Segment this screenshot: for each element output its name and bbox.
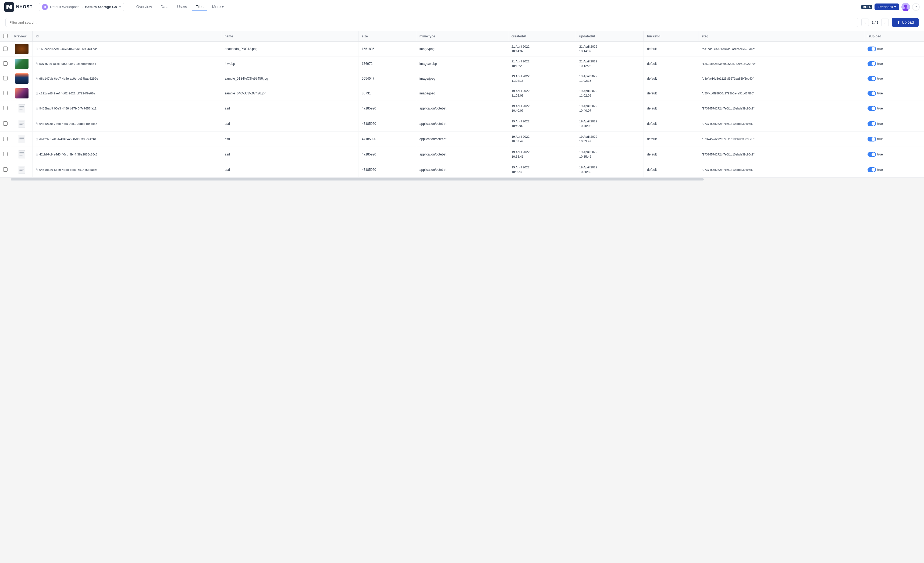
cell-size: 47185920 xyxy=(358,132,416,147)
id-text: 168ecc29-ced0-4c78-8b72-a106934c173e xyxy=(39,47,98,51)
cell-createdat: 21 April 202210:14:32 xyxy=(508,42,576,57)
header-id: id xyxy=(33,31,221,42)
cell-name: 4.webp xyxy=(221,57,358,71)
cell-id: ⎘507cf726-a1cc-4a56-9c39-1f66bb660d54 xyxy=(33,57,221,71)
isupload-toggle[interactable] xyxy=(867,167,876,172)
isupload-toggle[interactable] xyxy=(867,137,876,141)
header-isupload: isUpload xyxy=(864,31,924,42)
cell-createdat: 19 April 202210:35:41 xyxy=(508,147,576,162)
table-body: ⎘168ecc29-ced0-4c78-8b72-a106934c173eana… xyxy=(0,42,924,177)
search-input[interactable] xyxy=(5,18,858,27)
copy-icon[interactable]: ⎘ xyxy=(36,47,38,51)
copy-icon[interactable]: ⎘ xyxy=(36,137,38,141)
cell-id: ⎘045106e6-6b49-4ad0-bdc6-3514c5bbad8f xyxy=(33,162,221,177)
id-text: 045106e6-6b49-4ad0-bdc6-3514c5bbad8f xyxy=(39,168,98,171)
image-preview xyxy=(15,44,28,54)
isupload-toggle[interactable] xyxy=(867,47,876,51)
isupload-toggle[interactable] xyxy=(867,76,876,81)
cell-preview xyxy=(11,42,33,57)
table-row: ⎘d8a147db-6ed7-4a4e-ac9e-dc37bab6292esam… xyxy=(0,71,924,86)
header-mimetype: mimeType xyxy=(416,31,508,42)
row-checkbox[interactable] xyxy=(3,152,8,156)
nav-link-data[interactable]: Data xyxy=(157,3,172,11)
workspace-selector[interactable]: D Default Workspace › Hasura-Storage-Go … xyxy=(39,3,124,11)
svg-rect-7 xyxy=(18,120,25,128)
horizontal-scrollbar[interactable] xyxy=(0,177,924,181)
row-checkbox[interactable] xyxy=(3,121,8,126)
cell-etag: "d8efac10d8e1125df9271ea859f5cd40" xyxy=(698,71,864,86)
nhost-logo-icon xyxy=(4,2,14,12)
cell-id: ⎘c221ced8-9aef-4d02-9622-cf7224f7e06a xyxy=(33,86,221,101)
isupload-toggle[interactable] xyxy=(867,91,876,96)
copy-icon[interactable]: ⎘ xyxy=(36,168,38,172)
user-avatar-button[interactable] xyxy=(902,3,910,11)
cell-etag: "9737457d272bf7e8f1d10ebde39c95c9" xyxy=(698,116,864,132)
nav-links: Overview Data Users Files More ▾ xyxy=(133,3,228,11)
isupload-label: true xyxy=(877,153,883,156)
cell-name: anaconda_PNG13.png xyxy=(221,42,358,57)
cell-isupload: true xyxy=(864,116,924,132)
feedback-button[interactable]: Feedback ▾ xyxy=(874,3,899,10)
select-all-checkbox[interactable] xyxy=(3,34,8,38)
isupload-toggle[interactable] xyxy=(867,106,876,111)
cell-name: sample_640%C3%97426.jpg xyxy=(221,86,358,101)
row-checkbox[interactable] xyxy=(3,76,8,80)
cell-etag: "9737457d272bf7e8f1d10ebde39c95c9" xyxy=(698,101,864,116)
id-text: 42cb97c9-e4d3-40cb-9b44-38e2863c85c8 xyxy=(39,153,98,156)
row-checkbox[interactable] xyxy=(3,62,8,66)
prev-page-button[interactable]: ‹ xyxy=(861,18,869,26)
copy-icon[interactable]: ⎘ xyxy=(36,77,38,80)
table-row: ⎘9485bad9-00e3-4456-b27b-0f7c7657fa11asd… xyxy=(0,101,924,116)
cell-preview xyxy=(11,132,33,147)
header-size: size xyxy=(358,31,416,42)
table-row: ⎘64dc078e-7b6b-4fba-92b1-0adba4d84c67asd… xyxy=(0,116,924,132)
cell-id: ⎘d8a147db-6ed7-4a4e-ac9e-dc37bab6292e xyxy=(33,71,221,86)
cell-updatedat: 21 April 202210:12:23 xyxy=(576,57,644,71)
pagination: ‹ 1 / 1 › xyxy=(861,18,888,26)
row-checkbox[interactable] xyxy=(3,91,8,95)
table-row: ⎘507cf726-a1cc-4a56-9c39-1f66bb660d544.w… xyxy=(0,57,924,71)
copy-icon[interactable]: ⎘ xyxy=(36,153,38,156)
cell-preview xyxy=(11,57,33,71)
next-page-button[interactable]: › xyxy=(881,18,889,26)
row-checkbox[interactable] xyxy=(3,47,8,51)
toolbar: ‹ 1 / 1 › ⬆ Upload xyxy=(0,14,924,31)
cell-mimetype: image/jpeg xyxy=(416,86,508,101)
isupload-toggle[interactable] xyxy=(867,62,876,66)
files-table: Preview id name size mimeType createdAt … xyxy=(0,31,924,177)
nav-link-files[interactable]: Files xyxy=(192,3,207,11)
isupload-toggle[interactable] xyxy=(867,121,876,126)
header-checkbox-col xyxy=(0,31,11,42)
file-icon xyxy=(18,149,26,160)
cell-createdat: 19 April 202210:30:49 xyxy=(508,162,576,177)
cell-updatedat: 19 April 202211:02:13 xyxy=(576,71,644,86)
cell-isupload: true xyxy=(864,101,924,116)
copy-icon[interactable]: ⎘ xyxy=(36,122,38,126)
cell-isupload: true xyxy=(864,86,924,101)
svg-rect-8 xyxy=(18,135,25,143)
nav-link-more[interactable]: More ▾ xyxy=(208,3,228,11)
isupload-toggle[interactable] xyxy=(867,152,876,157)
page-info: 1 / 1 xyxy=(870,21,880,24)
nav-link-overview[interactable]: Overview xyxy=(133,3,156,11)
table-row: ⎘168ecc29-ced0-4c78-8b72-a106934c173eana… xyxy=(0,42,924,57)
help-button[interactable]: ? xyxy=(912,3,920,11)
id-text: 507cf726-a1cc-4a56-9c39-1f66bb660d54 xyxy=(39,62,96,65)
cell-etag: "12691d62de3569232257a2931b027f70" xyxy=(698,57,864,71)
cell-preview xyxy=(11,86,33,101)
upload-button[interactable]: ⬆ Upload xyxy=(892,18,919,27)
nav-link-users[interactable]: Users xyxy=(174,3,191,11)
copy-icon[interactable]: ⎘ xyxy=(36,62,38,66)
copy-icon[interactable]: ⎘ xyxy=(36,92,38,95)
copy-icon[interactable]: ⎘ xyxy=(36,107,38,110)
cell-etag: "d304cc0f95860c2799b0a4e91b467f68" xyxy=(698,86,864,101)
cell-createdat: 19 April 202210:39:49 xyxy=(508,132,576,147)
more-dropdown-icon: ▾ xyxy=(222,5,224,9)
cell-size: 47185920 xyxy=(358,116,416,132)
beta-badge: BETA xyxy=(861,5,872,9)
header-name: name xyxy=(221,31,358,42)
row-checkbox[interactable] xyxy=(3,106,8,110)
row-checkbox[interactable] xyxy=(3,137,8,141)
cell-updatedat: 19 April 202210:35:42 xyxy=(576,147,644,162)
row-checkbox[interactable] xyxy=(3,167,8,172)
